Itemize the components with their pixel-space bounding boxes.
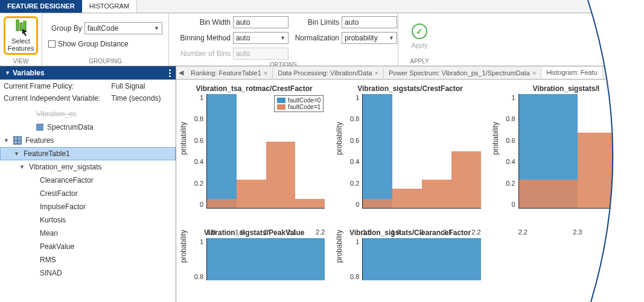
histogram-bar <box>392 189 422 208</box>
y-ticks: 10.80.60.40.20 <box>341 94 359 208</box>
svg-rect-0 <box>16 20 19 31</box>
y-ticks: 10.8 <box>341 238 359 280</box>
tree-leaf[interactable]: ClearanceFactor <box>0 174 176 187</box>
normalization-label: Normalization <box>295 34 339 42</box>
tree-leaf[interactable]: ImpulseFactor <box>0 200 176 213</box>
histogram-bar <box>451 151 481 209</box>
table-icon <box>13 136 22 145</box>
histogram-bar <box>519 180 578 208</box>
histogram-bar <box>363 94 392 208</box>
histogram-chart: Vibration_sigstats/Iprobability10.80.60.… <box>492 84 640 226</box>
binmethod-label: Binning Method <box>175 34 231 42</box>
histogram-bar <box>363 238 480 280</box>
data-icon <box>36 124 43 131</box>
doc-tab-powerspectrum[interactable]: Power Spectrum: Vibration_ps_1/SpectrumD… <box>384 68 541 78</box>
x-ticks: 2.22.32.4 <box>518 228 637 236</box>
binmethod-value: auto <box>236 34 250 42</box>
tree-row-hidden: Vibration_os <box>0 107 176 121</box>
histogram-chart: Vibration_tsa_rotmac/CrestFactorprobabil… <box>180 84 328 226</box>
tree-label: FeatureTable1 <box>24 149 70 158</box>
tree-row-vibenv[interactable]: ▼Vibration_env_sigstats <box>0 160 176 174</box>
binlimits-value: auto <box>345 18 359 27</box>
chart-title: Vibration_tsa_rotmac/CrestFactor <box>180 84 328 93</box>
tab-feature-designer[interactable]: FEATURE DESIGNER <box>0 0 82 13</box>
tree-row-featuretable1[interactable]: ▼FeatureTable1 <box>0 147 176 160</box>
close-icon[interactable]: × <box>264 69 267 77</box>
tab-scroll-left[interactable]: ◀ <box>176 69 186 77</box>
apply-label: Apply <box>411 42 428 49</box>
numbins-value: auto <box>236 49 250 58</box>
histogram-bar <box>207 199 237 208</box>
tree-leaf[interactable]: PeakValue <box>0 240 176 253</box>
chart-legend: faultCode=0faultCode=1 <box>274 95 324 112</box>
expand-icon[interactable]: ▼ <box>4 137 10 143</box>
tree-row-features[interactable]: ▼Features <box>0 134 176 147</box>
panel-menu-icon[interactable] <box>169 69 171 77</box>
select-features-button[interactable]: Select Features <box>4 16 38 55</box>
select-features-icon <box>14 19 28 36</box>
binmethod-dropdown[interactable]: auto▼ <box>233 32 289 44</box>
binlimits-input[interactable]: auto <box>342 16 397 28</box>
binwidth-label: Bin Width <box>175 18 231 27</box>
numbins-label: Number of Bins <box>175 49 231 58</box>
doc-tab-dataprocessing[interactable]: Data Processing: Vibration/Data× <box>273 68 384 78</box>
tree-leaf[interactable]: CrestFactor <box>0 187 176 200</box>
expand-icon[interactable]: ▼ <box>19 164 25 170</box>
chevron-down-icon: ▼ <box>154 25 159 31</box>
histogram-bar <box>207 94 237 208</box>
doc-tab-ranking[interactable]: Ranking: FeatureTable1× <box>186 68 273 78</box>
apply-button[interactable]: ✓ Apply <box>404 21 435 51</box>
histogram-bar <box>237 180 266 208</box>
tree-leaf[interactable]: Mean <box>0 227 176 240</box>
groupby-label: Group By <box>48 24 82 33</box>
show-group-distance-label: Show Group Distance <box>58 40 129 48</box>
tree-label: Features <box>25 136 54 145</box>
binwidth-input[interactable]: auto <box>233 16 289 28</box>
histogram-chart: Vibration_sigstats/PeakValueprobability1… <box>180 228 328 298</box>
section-label-grouping: GROUPING <box>48 58 162 64</box>
groupby-dropdown[interactable]: faultCode ▼ <box>84 22 162 34</box>
chevron-down-icon: ▼ <box>5 70 10 76</box>
chevron-down-icon: ▼ <box>389 35 394 41</box>
select-features-label: Select Features <box>8 37 34 52</box>
doc-tab-label: Ranking: FeatureTable1 <box>191 69 261 77</box>
chart-title: Vibration_sigstats/CrestFactor <box>336 84 484 93</box>
frame-policy-value: Full Signal <box>111 82 172 90</box>
numbins-input: auto <box>233 48 289 60</box>
apply-icon: ✓ <box>412 24 427 39</box>
tab-histogram[interactable]: HISTOGRAM <box>82 0 137 13</box>
expand-icon[interactable]: ▼ <box>14 151 20 157</box>
show-group-distance-checkbox[interactable] <box>48 40 56 48</box>
chart-title: Vibration_sigstats/ClearanceFactor <box>336 228 484 237</box>
normalization-dropdown[interactable]: probability▼ <box>342 32 397 44</box>
section-label-apply: APPLY <box>404 58 435 64</box>
tree-label: SpectrumData <box>47 123 94 131</box>
histogram-bar <box>207 238 325 280</box>
histogram-bar <box>578 133 637 208</box>
close-icon[interactable]: × <box>532 69 536 77</box>
histogram-bar <box>422 180 451 208</box>
tree-label: Vibration_env_sigstats <box>29 163 102 171</box>
histogram-bar <box>295 199 325 208</box>
chart-title: Vibration_sigstats/I <box>492 84 640 93</box>
normalization-value: probability <box>345 34 378 42</box>
doc-tab-histogram[interactable]: Histogram: Featu <box>541 67 602 78</box>
binlimits-label: Bin Limits <box>295 18 339 27</box>
tree-leaf[interactable]: Kurtosis <box>0 213 176 227</box>
histogram-chart: Vibration_sigstats/CrestFactorprobabilit… <box>336 84 484 226</box>
histogram-bar <box>363 199 392 208</box>
svg-rect-2 <box>24 21 26 31</box>
y-ticks: 10.8 <box>185 238 203 280</box>
tree-leaf[interactable]: SINAD <box>0 266 176 280</box>
chart-title: Vibration_sigstats/PeakValue <box>180 228 328 237</box>
svg-rect-1 <box>20 23 22 31</box>
histogram-bar <box>266 142 296 208</box>
variables-panel-header[interactable]: ▼ Variables <box>0 66 176 80</box>
groupby-value: faultCode <box>88 24 118 33</box>
binwidth-value: auto <box>236 18 250 27</box>
tree-leaf[interactable]: RMS <box>0 253 176 266</box>
doc-tab-label: Data Processing: Vibration/Data <box>278 69 372 77</box>
section-label-view: VIEW <box>6 58 36 64</box>
close-icon[interactable]: × <box>375 69 378 77</box>
tree-row-spectrumdata[interactable]: SpectrumData <box>0 121 176 134</box>
